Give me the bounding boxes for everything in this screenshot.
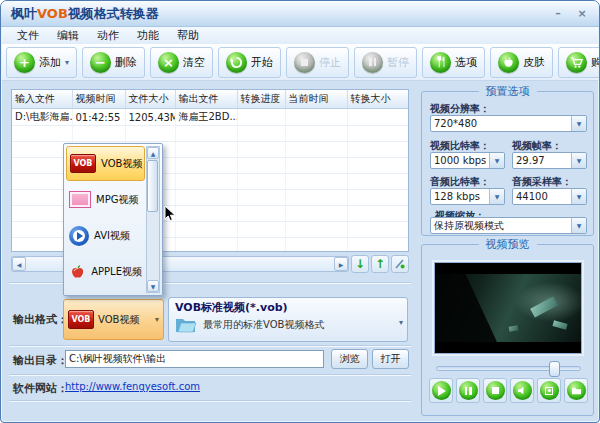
toolbar: + 添加 ▾ − 删除 × 清空 开始 停止 暂停 [2, 44, 598, 81]
buy-button[interactable]: 购买 [558, 47, 600, 78]
profile-description: 最常用的标准VOB视频格式 [203, 318, 324, 332]
delete-button[interactable]: − 删除 [82, 47, 145, 78]
sample-rate-select[interactable]: 44100 ▼ [512, 188, 587, 205]
output-dir-label: 输出目录： [13, 353, 68, 368]
popup-scroll-thumb[interactable] [147, 160, 158, 212]
list-hscrollbar[interactable]: ◀ ▶ [11, 256, 349, 272]
popup-scrollbar[interactable]: ▲ ▼ [146, 146, 160, 293]
vob-format-icon: VOB [70, 154, 96, 173]
scroll-left-icon[interactable]: ◀ [12, 257, 26, 271]
menu-item-help[interactable]: 帮助 [168, 28, 208, 43]
output-profile-select[interactable]: VOB标准视频(*.vob) 最常用的标准VOB视频格式 ▾ [168, 297, 408, 342]
preview-pause-button[interactable] [456, 378, 480, 403]
col-file-size[interactable]: 文件大小 [125, 90, 175, 109]
preview-controls [429, 378, 588, 403]
format-option-avi[interactable]: AVI视频 [66, 218, 145, 253]
preview-video [434, 262, 582, 354]
website-link[interactable]: http://www.fengyesoft.com [65, 381, 200, 392]
options-button-label: 选项 [455, 55, 477, 70]
clear-button[interactable]: × 清空 [150, 47, 213, 78]
output-dir-input[interactable] [65, 350, 324, 368]
options-utensils-icon [430, 52, 451, 73]
video-scale-select[interactable]: 保持原视频模式 ▼ [430, 217, 587, 234]
preview-stop-button[interactable] [483, 378, 507, 403]
popup-scroll-up-icon[interactable]: ▲ [147, 147, 159, 159]
buy-button-label: 购买 [591, 55, 600, 70]
video-bitrate-select[interactable]: 1000 kbps ▼ [430, 152, 505, 169]
video-bitrate-value: 1000 kbps [434, 155, 486, 166]
table-row[interactable]: D:\电影海扁... 01:42:55 1205.43MB 海扁王2BD... [12, 109, 408, 126]
divider [9, 374, 411, 376]
col-input-file[interactable]: 输入文件 [12, 90, 72, 109]
output-format-select[interactable]: VOB VOB视频 ▾ [63, 299, 164, 340]
app-title: 枫叶VOB视频格式转换器 [11, 5, 159, 23]
framerate-select[interactable]: 29.97 ▼ [512, 152, 587, 169]
framerate-label: 视频帧率： [512, 139, 562, 153]
col-converted-size[interactable]: 转换大小 [347, 90, 408, 109]
close-button[interactable]: × [575, 7, 589, 21]
video-bitrate-label: 视频比特率： [430, 139, 490, 153]
pause-icon [459, 381, 478, 400]
skin-button[interactable]: 皮肤 [490, 47, 553, 78]
menu-item-file[interactable]: 文件 [8, 28, 48, 43]
options-button[interactable]: 选项 [422, 47, 485, 78]
move-down-button[interactable]: ↓ [351, 255, 369, 273]
preview-open-file-button[interactable] [564, 378, 588, 403]
pause-button: 暂停 [354, 47, 417, 78]
table-row-empty [12, 126, 408, 142]
file-table-header-row: 输入文件 视频时间 文件大小 输出文件 转换进度 当前时间 转换大小 [12, 90, 408, 109]
framerate-value: 29.97 [516, 155, 545, 166]
title-bar: 枫叶VOB视频格式转换器 – × [1, 1, 599, 27]
menu-item-function[interactable]: 功能 [128, 28, 168, 43]
edit-button[interactable] [391, 255, 409, 273]
preview-play-button[interactable] [429, 378, 453, 403]
vob-format-icon: VOB [68, 310, 94, 329]
format-option-mpg[interactable]: MPG视频 [66, 182, 145, 217]
start-button-label: 开始 [251, 55, 273, 70]
add-button[interactable]: + 添加 ▾ [6, 47, 77, 78]
snapshot-icon [540, 381, 559, 400]
apple-format-icon [69, 262, 86, 282]
col-progress[interactable]: 转换进度 [237, 90, 285, 109]
cell-file-size: 1205.43MB [125, 109, 175, 126]
format-option-label: MPG视频 [96, 193, 138, 207]
video-preview-group: 视频预览 [421, 244, 594, 416]
format-option-vob[interactable]: VOB VOB视频 [66, 146, 145, 181]
divider [9, 400, 411, 402]
minimize-button[interactable]: – [551, 7, 565, 21]
scroll-right-icon[interactable]: ▶ [334, 257, 348, 271]
preview-snapshot-button[interactable] [537, 378, 561, 403]
profile-folder-icon [175, 316, 197, 333]
menu-item-action[interactable]: 动作 [88, 28, 128, 43]
combo-arrow-icon: ▼ [571, 218, 586, 233]
sample-rate-label: 音频采样率： [512, 175, 572, 189]
resolution-label: 视频分辨率： [430, 102, 490, 116]
add-dropdown-arrow-icon: ▾ [65, 58, 69, 67]
move-up-button[interactable]: ↑ [371, 255, 389, 273]
start-button[interactable]: 开始 [218, 47, 281, 78]
col-output-file[interactable]: 输出文件 [175, 90, 237, 109]
seek-slider-thumb[interactable] [549, 361, 560, 377]
window-controls: – × [551, 7, 589, 21]
preview-seek-slider[interactable] [436, 366, 581, 371]
delete-button-label: 删除 [115, 55, 137, 70]
open-button[interactable]: 打开 [372, 349, 409, 369]
format-option-label: VOB视频 [101, 157, 142, 171]
combo-arrow-icon: ▼ [571, 153, 586, 168]
menu-bar: 文件 编辑 动作 功能 帮助 [2, 27, 598, 44]
col-current-time[interactable]: 当前时间 [285, 90, 347, 109]
col-video-time[interactable]: 视频时间 [72, 90, 125, 109]
video-scale-value: 保持原视频模式 [434, 219, 504, 233]
combo-arrow-icon: ▼ [571, 116, 586, 131]
preview-volume-button[interactable] [510, 378, 534, 403]
popup-scroll-down-icon[interactable]: ▼ [147, 280, 159, 292]
browse-button[interactable]: 浏览 [331, 349, 368, 369]
audio-bitrate-label: 音频比特率： [430, 175, 490, 189]
format-option-apple[interactable]: APPLE视频 [66, 254, 145, 289]
resolution-select[interactable]: 720*480 ▼ [430, 115, 587, 132]
menu-item-edit[interactable]: 编辑 [48, 28, 88, 43]
move-down-icon: ↓ [355, 258, 365, 270]
audio-bitrate-select[interactable]: 128 kbps ▼ [430, 188, 505, 205]
website-label: 软件网站： [13, 381, 68, 396]
pause-button-label: 暂停 [387, 55, 409, 70]
